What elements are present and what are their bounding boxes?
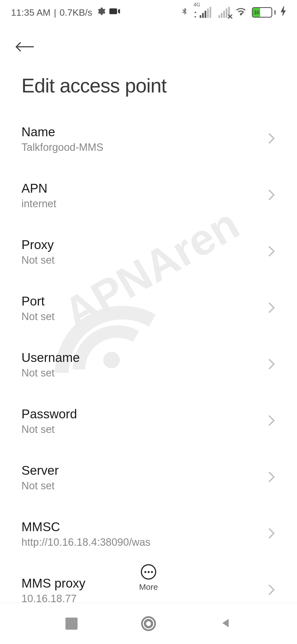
chevron-right-icon xyxy=(267,132,276,146)
item-value: Not set xyxy=(21,367,80,379)
chevron-right-icon xyxy=(267,471,276,484)
battery-indicator: 38 xyxy=(252,7,276,18)
item-value: Not set xyxy=(21,480,59,492)
status-time: 11:35 AM xyxy=(11,7,51,18)
item-value: http://10.16.18.4:38090/was xyxy=(21,536,150,548)
item-label: APN xyxy=(21,181,56,196)
signal-sim1: 4G xyxy=(194,7,211,18)
chevron-right-icon xyxy=(267,527,276,541)
apn-field-mmsc[interactable]: MMSC http://10.16.18.4:38090/was xyxy=(21,506,276,562)
page-title: Edit access point xyxy=(0,63,297,111)
back-button[interactable] xyxy=(14,36,36,58)
chevron-right-icon xyxy=(267,414,276,428)
status-bar: 11:35 AM | 0.7KB/s 4G xyxy=(0,0,297,25)
item-value: Talkforgood-MMS xyxy=(21,141,103,153)
chevron-right-icon xyxy=(267,358,276,371)
item-label: Server xyxy=(21,463,59,478)
chevron-right-icon xyxy=(267,584,276,597)
item-value: Not set xyxy=(21,424,77,435)
apn-field-server[interactable]: Server Not set xyxy=(21,449,276,506)
item-label: MMS proxy xyxy=(21,576,86,591)
camera-icon xyxy=(109,6,120,19)
item-value: Not set xyxy=(21,254,54,266)
apn-field-password[interactable]: Password Not set xyxy=(21,393,276,449)
item-label: Name xyxy=(21,124,103,139)
wifi-icon xyxy=(235,5,247,20)
item-label: Password xyxy=(21,406,77,421)
apn-field-username[interactable]: Username Not set xyxy=(21,336,276,393)
status-speed: 0.7KB/s xyxy=(60,7,92,18)
chevron-right-icon xyxy=(267,189,276,202)
item-value: 10.16.18.77 xyxy=(21,593,86,605)
apn-field-mms-proxy[interactable]: MMS proxy 10.16.18.77 xyxy=(21,562,276,618)
charging-icon xyxy=(280,6,286,19)
item-label: Port xyxy=(21,294,54,309)
apn-field-name[interactable]: Name Talkforgood-MMS xyxy=(21,111,276,167)
item-label: Proxy xyxy=(21,237,54,252)
apn-field-apn[interactable]: APN internet xyxy=(21,167,276,223)
item-value: internet xyxy=(21,198,56,210)
apn-field-port[interactable]: Port Not set xyxy=(21,280,276,336)
item-label: Username xyxy=(21,350,80,365)
bluetooth-icon xyxy=(180,6,189,19)
gear-icon xyxy=(96,6,106,18)
signal-sim2 xyxy=(216,7,230,18)
item-label: MMSC xyxy=(21,519,150,534)
item-value: Not set xyxy=(21,311,54,323)
chevron-right-icon xyxy=(267,302,276,315)
apn-field-proxy[interactable]: Proxy Not set xyxy=(21,223,276,280)
chevron-right-icon xyxy=(267,245,276,258)
